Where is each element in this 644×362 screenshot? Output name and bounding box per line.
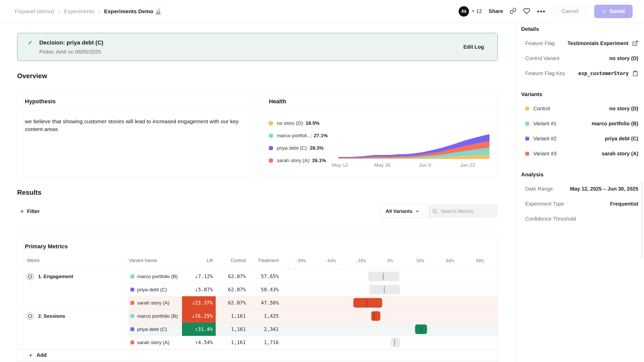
results-divider (17, 224, 498, 225)
metric-variant-row[interactable]: priya debt (C)↑31.4%1,1612,341 (17, 323, 498, 336)
clipboard-icon[interactable] (632, 70, 638, 76)
detail-row-feature-flag: Feature Flag Testimonials Experiment (521, 36, 638, 51)
chevron-down-icon (415, 209, 420, 214)
variant-swatch (130, 301, 134, 305)
breadcrumb-project[interactable]: Fixpanel {demo} (15, 8, 54, 15)
overview-heading: Overview (17, 72, 47, 80)
metric-variant-row[interactable]: 1. Engagementmarco portfolio (B)↓7.12%62… (17, 270, 498, 283)
variant-name: priya debt (C) (137, 323, 167, 336)
axis-minor-tick (300, 267, 301, 270)
confidence-interval-bar (415, 324, 427, 334)
axis-minor-tick (318, 267, 319, 270)
cancel-button[interactable]: Cancel (552, 5, 588, 18)
axis-label: 30% (404, 258, 436, 263)
axis-minor-tick (372, 267, 373, 270)
link-icon (510, 8, 516, 15)
axis-minor-tick (396, 267, 396, 270)
axis-minor-tick (384, 267, 384, 270)
axis-minor-tick (295, 267, 295, 270)
confidence-interval-bar (371, 311, 380, 321)
external-link-icon[interactable] (632, 40, 638, 46)
health-card: Health no story (D):18.5% marco portfoli… (261, 91, 498, 178)
axis-minor-tick (306, 267, 307, 270)
favorite-button[interactable] (523, 8, 530, 15)
axis-minor-tick (390, 267, 390, 270)
treatment-value: 2,341 (237, 323, 279, 336)
saved-button[interactable]: ✓ Saved (594, 5, 633, 18)
metric-variant-row[interactable]: sarah story (A)↑4.54%1,1611,716 (17, 336, 498, 349)
search-metrics-box (428, 205, 498, 218)
axis-minor-tick (312, 267, 313, 270)
more-menu-button[interactable]: ••• (537, 9, 545, 14)
decision-subtitle: Picker, Amit on 08/05/2025 (39, 49, 463, 55)
axis-label: 60% (435, 258, 466, 263)
edit-log-button[interactable]: Edit Log (463, 44, 484, 50)
variant-swatch (130, 274, 134, 278)
plus-icon: + (20, 208, 24, 215)
axis-minor-tick (324, 267, 325, 270)
col-treatment: Treatment (237, 258, 279, 263)
scrollbar-thumb[interactable] (641, 181, 642, 259)
metric-variant-row[interactable]: priya debt (C)↓5.87%62.07%58.43% (17, 283, 498, 296)
treatment-value: 1,716 (237, 336, 279, 349)
axis-label: -30% (345, 258, 376, 263)
metric-name: 2. Sessions (26, 309, 65, 323)
lift-tick (384, 286, 384, 293)
variants-section: Variants Control no story (D) Variant #1… (521, 91, 638, 161)
breadcrumb-separator: / (98, 8, 100, 15)
add-metric-button[interactable]: + Add (17, 349, 498, 361)
confidence-interval-bar (353, 298, 382, 308)
hypothesis-title: Hypothesis (17, 92, 254, 105)
variant-row-3: Variant #3 sarah story (A) (521, 146, 638, 161)
breadcrumb: Fixpanel {demo} / Experiments / Experime… (15, 8, 162, 15)
axis-label: 0% (375, 258, 406, 263)
axis-minor-tick (354, 267, 355, 270)
feature-flag-value[interactable]: Testimonials Experiment (568, 40, 628, 46)
search-metrics-input[interactable] (441, 208, 494, 214)
collaborators-count[interactable]: + 12 (472, 8, 482, 14)
plus-icon: + (29, 352, 32, 359)
axis-minor-tick (474, 267, 474, 270)
detail-row-feature-flag-key: Feature Flag Key exp_customerStory (521, 66, 638, 81)
heart-icon (523, 8, 530, 15)
treatment-value: 47.56% (237, 296, 279, 309)
metric-variant-row[interactable]: 2. Sessionsmarco portfolio (B)↓16.25%1,1… (17, 309, 498, 323)
variant-swatch (130, 341, 134, 344)
breadcrumb-experiments[interactable]: Experiments (64, 8, 94, 15)
analysis-row-date-range: Date Range May 12, 2025 – Jun 30, 2025 (521, 181, 638, 196)
lift-tick (383, 273, 383, 280)
legend-swatch (269, 146, 273, 150)
variant-name: marco portfolio (B) (137, 309, 178, 323)
axis-minor-tick (342, 267, 342, 270)
topbar-actions: Ak + 12 Share ••• Cancel ✓ Saved (459, 5, 633, 18)
sidebar-divider (516, 23, 516, 362)
metric-variant-row[interactable]: sarah story (A)↓23.37%62.07%47.56% (17, 296, 498, 309)
confidence-interval-bar (391, 338, 400, 347)
detail-row-control-variant: Control Variant no story (D) (521, 51, 638, 66)
primary-metrics-title: Primary Metrics (17, 237, 498, 250)
avatar[interactable]: Ak (459, 6, 469, 17)
add-filter-button[interactable]: + Filter (20, 205, 40, 218)
confidence-interval-bar (368, 272, 399, 281)
variant-swatch (130, 288, 134, 292)
ellipsis-icon: ••• (537, 9, 545, 14)
axis-minor-tick (414, 267, 414, 270)
copy-link-button[interactable] (510, 8, 516, 15)
details-section: Details Feature Flag Testimonials Experi… (521, 26, 638, 81)
legend-item: sarah story (A):26.1% (269, 156, 328, 165)
variant-swatch (525, 152, 529, 156)
metric-name: 1. Engagement (26, 270, 73, 283)
variants-heading: Variants (521, 91, 638, 97)
axis-minor-tick (444, 267, 444, 270)
share-button[interactable]: Share (489, 8, 503, 14)
treatment-value: 1,425 (237, 309, 279, 323)
legend-item: no story (D):18.5% (269, 119, 328, 128)
axis-label: -90% (285, 258, 316, 263)
legend-swatch (269, 121, 273, 125)
axis-minor-tick (432, 267, 432, 270)
hypothesis-body: we believe that showing customer stories… (25, 118, 248, 133)
legend-swatch (269, 158, 273, 163)
analysis-section: Analysis Date Range May 12, 2025 – Jun 3… (521, 171, 638, 226)
variants-dropdown[interactable]: All Variants (380, 205, 425, 218)
confidence-interval-bar (369, 285, 400, 294)
